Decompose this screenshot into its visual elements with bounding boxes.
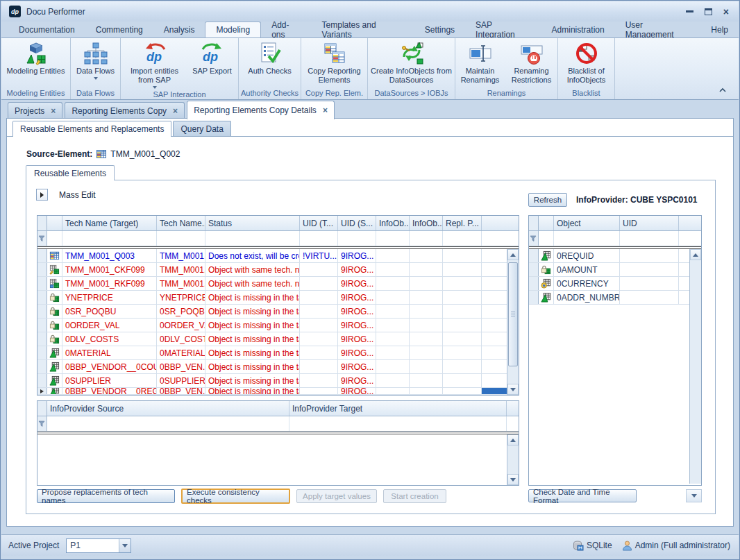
apply-target-values-button[interactable]: Apply target values: [296, 489, 377, 503]
propose-replacements-button[interactable]: Propose replacements of tech names: [37, 489, 175, 503]
vertical-scrollbar[interactable]: [689, 249, 701, 484]
refresh-button[interactable]: Refresh: [528, 193, 567, 207]
close-tab-icon[interactable]: ×: [173, 108, 178, 114]
blacklist-infoobjects-button[interactable]: Blacklist of InfoObjects: [560, 40, 614, 85]
title-bar[interactable]: dp Docu Performer ×: [1, 1, 739, 22]
scroll-up-icon[interactable]: [507, 434, 519, 446]
ribbon-group-sap-interaction: dp Import entities from SAP dp: [121, 38, 239, 99]
column-header[interactable]: UID: [620, 216, 679, 230]
vertical-scrollbar[interactable]: [507, 434, 519, 485]
selected-cell[interactable]: [482, 388, 507, 394]
modeling-entities-button[interactable]: Modeling Entities: [3, 40, 69, 76]
table-row[interactable]: 0BBP_VENDOR__0COUN 0BBP_VEN... Object is…: [37, 360, 507, 374]
menu-tab-analysis[interactable]: Analysis: [153, 22, 205, 37]
scroll-up-icon[interactable]: [690, 249, 701, 260]
import-entities-from-sap-button[interactable]: dp Import entities from SAP: [123, 40, 187, 89]
close-tab-icon[interactable]: ×: [323, 107, 328, 114]
tab-reusable-elements[interactable]: Reusable Elements: [26, 165, 115, 180]
scroll-down-icon[interactable]: [507, 384, 519, 395]
column-header[interactable]: UID (S...: [338, 216, 376, 230]
tab-reporting-elements-copy[interactable]: Reporting Elements Copy ×: [65, 102, 185, 119]
table-row[interactable]: 0ADDR_NUMBR: [529, 291, 689, 305]
table-row[interactable]: 0CURRENCY: [529, 277, 689, 291]
menu-tab-administration[interactable]: Administration: [541, 22, 615, 37]
expand-mass-edit-button[interactable]: [36, 189, 48, 201]
column-header[interactable]: Object: [554, 216, 620, 230]
tab-projects[interactable]: Projects ×: [8, 102, 62, 119]
key-figure-icon: [541, 264, 551, 275]
data-flows-icon: [84, 40, 108, 67]
table-row[interactable]: 0DLV_COSTS 0DLV_COSTS Object is missing …: [37, 332, 507, 346]
scroll-down-icon[interactable]: [507, 474, 519, 485]
active-project-combobox[interactable]: P1: [66, 538, 131, 553]
table-row[interactable]: 0ORDER_VAL 0ORDER_V... Object is missing…: [37, 319, 507, 332]
table-row[interactable]: YNETPRICE YNETPRICE Object is missing in…: [37, 291, 507, 305]
minimize-icon[interactable]: [686, 10, 693, 12]
close-tab-icon[interactable]: ×: [51, 108, 56, 114]
table-row[interactable]: TMM_M001_CKF099 TMM_M001... Object with …: [37, 263, 507, 277]
grid-filter-row[interactable]: [37, 231, 519, 246]
scrollbar-thumb[interactable]: [508, 262, 518, 366]
start-creation-button[interactable]: Start creation: [383, 489, 446, 503]
menu-tab-user-management[interactable]: User Management: [615, 22, 701, 37]
menu-tab-add-ons[interactable]: Add-ons: [261, 22, 311, 37]
grid-filter-row[interactable]: [529, 231, 701, 246]
user-status: Admin (Full administrator): [622, 541, 730, 551]
menu-tab-commenting[interactable]: Commenting: [85, 22, 153, 37]
table-row[interactable]: 0MATERIAL 0MATERIAL Object is missing in…: [37, 346, 507, 360]
characteristic-icon: [49, 362, 60, 372]
tab-reusable-elements-and-replacements[interactable]: Reusable Elements and Replacements: [12, 121, 171, 137]
sap-export-button[interactable]: dp SAP Export: [188, 40, 237, 76]
column-header[interactable]: InfoOb...: [410, 216, 443, 230]
infoprovider-header-row: Refresh InfoProvider: CUBE YSPC0101: [528, 193, 698, 207]
menu-tab-templates-and-variants[interactable]: Templates and Variants: [312, 22, 414, 37]
database-status: SQLite: [573, 541, 612, 551]
vertical-scrollbar[interactable]: [507, 249, 519, 395]
scroll-up-icon[interactable]: [507, 249, 519, 260]
table-row[interactable]: 0REQUID: [529, 249, 689, 263]
column-header[interactable]: Tech Name...: [157, 216, 205, 230]
combo-dropdown-button[interactable]: [119, 539, 131, 552]
column-header[interactable]: Repl. P...: [443, 216, 482, 230]
menu-tab-modeling[interactable]: Modeling: [205, 22, 261, 37]
menu-tab-settings[interactable]: Settings: [414, 22, 465, 37]
tab-query-data[interactable]: Query Data: [173, 121, 230, 136]
column-header[interactable]: InfoOb...: [376, 216, 410, 230]
menu-tab-documentation[interactable]: Documentation: [8, 22, 85, 37]
table-row[interactable]: 0SR_POQBU 0SR_POQBU Object is missing in…: [37, 305, 507, 319]
table-row[interactable]: 0SUPPLIER 0SUPPLIER Object is missing in…: [37, 374, 507, 388]
column-header[interactable]: UID (T...: [300, 216, 338, 230]
collapse-ribbon-icon[interactable]: [716, 85, 729, 95]
data-flows-button[interactable]: Data Flows: [72, 40, 119, 80]
auth-checks-button[interactable]: Auth Checks: [240, 40, 300, 76]
copy-reporting-elements-button[interactable]: Copy Reporting Elements: [303, 40, 367, 85]
execute-consistency-checks-button[interactable]: Execute consistency checks: [181, 489, 290, 504]
table-row[interactable]: TMM_M001_Q003 TMM_M001... Does not exist…: [37, 249, 507, 263]
table-row[interactable]: TMM_M001_RKF099 TMM_M001... Object with …: [37, 277, 507, 291]
column-header[interactable]: Tech Name (Target): [62, 216, 157, 230]
copy-reporting-elements-icon: [323, 40, 346, 67]
maintain-renamings-icon: [469, 40, 492, 67]
ribbon-group-label: Renamings: [455, 87, 557, 99]
column-header[interactable]: InfoProvider Source: [47, 401, 289, 416]
column-header[interactable]: InfoProvider Target: [289, 401, 507, 416]
mass-edit-row: Mass Edit: [36, 189, 96, 201]
table-row[interactable]: 0BBP_VENDOR__0REGIC 0BBP_VEN... Object i…: [37, 388, 507, 395]
check-date-time-format-button[interactable]: Check Date and Time Format: [528, 489, 637, 502]
characteristic-icon: [49, 388, 60, 394]
close-window-icon[interactable]: ×: [723, 8, 729, 15]
create-infoobjects-button[interactable]: Create InfoObjects from DataSources: [369, 40, 454, 85]
table-row[interactable]: 0AMOUNT: [529, 263, 689, 277]
menu-tab-sap-integration[interactable]: SAP Integration: [465, 22, 541, 37]
source-element-label: Source-Element:: [26, 149, 92, 159]
scroll-down-icon[interactable]: [686, 489, 702, 502]
tab-reporting-elements-copy-details[interactable]: Reporting Elements Copy Details ×: [187, 101, 335, 119]
maintain-renamings-button[interactable]: Maintain Renamings: [456, 40, 505, 85]
renaming-restrictions-button[interactable]: Renaming Restrictions: [506, 40, 557, 85]
grid-header-row: InfoProvider Source InfoProvider Target: [37, 401, 519, 416]
column-header[interactable]: Status: [205, 216, 300, 230]
grid-filter-row[interactable]: [37, 416, 519, 432]
menu-tab-help[interactable]: Help: [700, 22, 739, 37]
active-project-value: P1: [67, 541, 119, 550]
restore-icon[interactable]: [705, 8, 712, 15]
